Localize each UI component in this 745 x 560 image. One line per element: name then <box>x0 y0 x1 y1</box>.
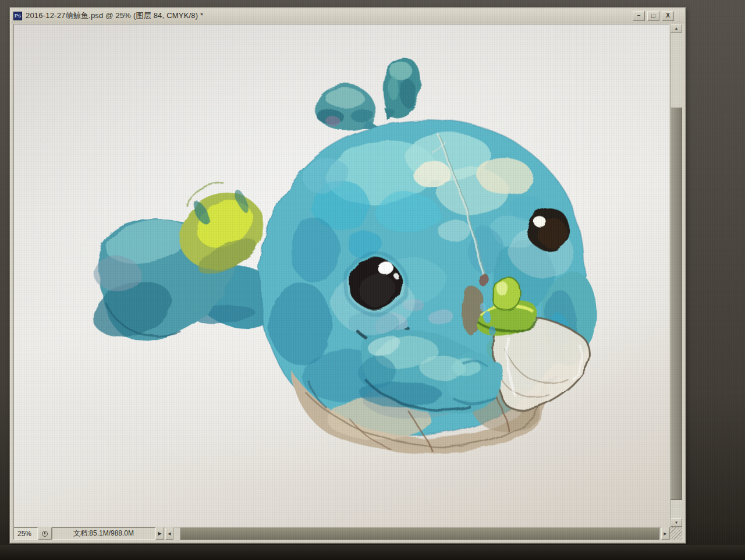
monitor-photo: Ps 2016-12-27萌鲸鱼.psd @ 25% (图层 84, CMYK/… <box>0 0 745 560</box>
spout-droplets <box>315 59 421 130</box>
scroll-up-icon[interactable]: ▲ <box>670 24 682 33</box>
vertical-scroll-thumb[interactable] <box>670 107 682 500</box>
horizontal-scroll-track[interactable] <box>173 527 661 540</box>
window-resize-grip[interactable] <box>669 527 682 540</box>
whale-tail <box>85 179 278 347</box>
document-size-info[interactable]: 文档:85.1M/988.0M <box>52 527 155 540</box>
close-button[interactable]: X <box>662 11 674 21</box>
title-bar[interactable]: Ps 2016-12-27萌鲸鱼.psd @ 25% (图层 84, CMYK/… <box>11 9 684 23</box>
status-bar: 25% 文档:85.1M/988.0M ▶ ◀ ▶ <box>13 527 669 540</box>
scroll-down-icon[interactable]: ▼ <box>670 518 682 527</box>
scroll-left-icon[interactable]: ◀ <box>165 527 173 540</box>
vertical-scroll-track[interactable] <box>670 33 682 518</box>
clock-icon <box>42 531 48 537</box>
document-canvas[interactable] <box>13 24 669 527</box>
minimize-button[interactable]: – <box>633 11 645 21</box>
status-popup-arrow-icon[interactable]: ▶ <box>155 527 164 540</box>
scroll-right-icon[interactable]: ▶ <box>661 527 669 540</box>
horizontal-scrollbar[interactable]: ◀ ▶ <box>165 527 669 540</box>
maximize-button[interactable]: □ <box>647 11 659 21</box>
photoshop-document-window: Ps 2016-12-27萌鲸鱼.psd @ 25% (图层 84, CMYK/… <box>9 7 686 544</box>
whale-painting <box>14 24 669 527</box>
horizontal-scroll-thumb[interactable] <box>180 527 659 540</box>
window-controls: – □ X <box>633 11 674 21</box>
zoom-level-field[interactable]: 25% <box>13 527 38 540</box>
status-icon-button[interactable] <box>38 527 52 540</box>
document-title: 2016-12-27萌鲸鱼.psd @ 25% (图层 84, CMYK/8) … <box>26 10 633 21</box>
vertical-scrollbar[interactable]: ▲ ▼ <box>670 24 682 527</box>
photoshop-app-icon: Ps <box>13 12 22 20</box>
